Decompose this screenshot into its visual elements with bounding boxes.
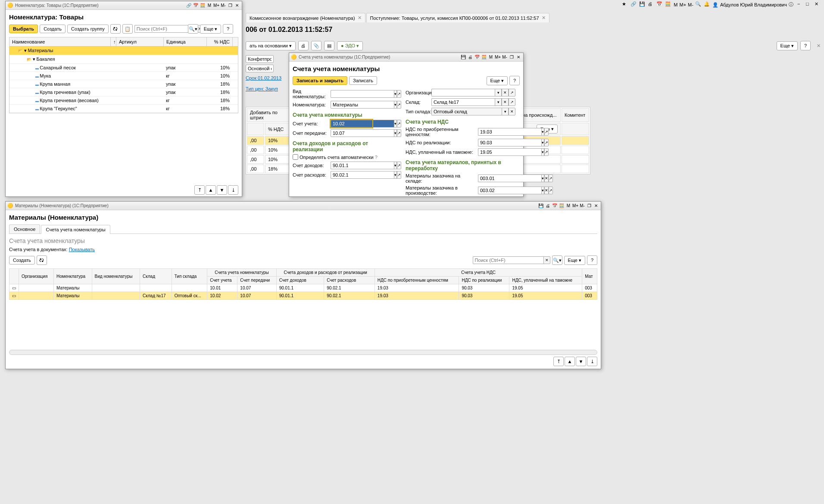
help-button[interactable]: ? [587, 255, 597, 265]
col-unit[interactable]: Единица [164, 37, 207, 46]
dropdown-icon[interactable]: ▾ [394, 90, 397, 98]
vat-customs-field[interactable]: ▾↗ [478, 148, 520, 156]
restore-icon[interactable]: ❐ [227, 3, 233, 9]
open-icon[interactable]: ↗ [544, 148, 549, 156]
save-icon[interactable]: 💾 [460, 54, 466, 60]
income-field[interactable]: ▾↗ [331, 162, 372, 169]
sort-icon[interactable]: ↑ [111, 37, 116, 46]
vat-acq-field[interactable]: ▾↗ [478, 128, 520, 136]
dropdown-icon[interactable]: ▾ [541, 174, 544, 182]
tab-main[interactable]: Основное [9, 224, 40, 233]
tree-row[interactable]: ▾ Бакалея [9, 55, 238, 64]
dropdown-icon[interactable]: ▾ [394, 120, 397, 128]
search-button[interactable]: 🔍▾ [188, 24, 198, 34]
refresh-button[interactable]: 🗘 [37, 255, 47, 265]
close-icon[interactable]: ✕ [593, 203, 599, 209]
tree-row[interactable]: Крупа маннаяупак18% [9, 80, 238, 88]
print-icon[interactable]: 🖨 [648, 1, 655, 8]
select-button[interactable]: Выбрать [9, 25, 38, 33]
org-field[interactable] [246, 55, 274, 63]
open-icon[interactable]: ↗ [397, 101, 401, 109]
m-plus-icon[interactable]: M+ [572, 203, 578, 209]
clear-icon[interactable]: ✕ [544, 187, 549, 194]
tree-row[interactable]: ▾ Материалы [9, 47, 238, 55]
clear-icon[interactable]: ✕ [543, 256, 550, 264]
calendar-icon[interactable]: 📅 [552, 203, 558, 209]
help-button[interactable]: ? [800, 41, 811, 50]
help-button[interactable]: ? [509, 76, 520, 85]
calc-icon[interactable]: 🧮 [481, 54, 487, 60]
nav-bottom-button[interactable]: ⤓ [228, 185, 238, 195]
tree-row[interactable]: Крупа "Геркулес"кг18% [9, 105, 238, 113]
open-icon[interactable]: ↗ [544, 139, 549, 146]
nav-bottom-button[interactable]: ⤓ [587, 357, 597, 366]
calc-icon[interactable]: 🧮 [665, 1, 672, 8]
attach-button[interactable]: 📎 [311, 41, 321, 50]
open-icon[interactable]: ↗ [549, 187, 553, 194]
dropdown-icon[interactable]: ▾ [541, 139, 544, 146]
nom-field[interactable]: ▾↗ [331, 101, 391, 109]
tab-commission[interactable]: Комиссионное вознаграждение (Номенклатур… [246, 13, 365, 22]
create-button[interactable]: Создать [40, 25, 66, 33]
col-article[interactable]: Артикул [116, 37, 164, 46]
link-icon[interactable]: 🔗 [630, 1, 637, 8]
restore-icon[interactable]: ❐ [509, 54, 515, 60]
window-titlebar[interactable]: 🟡 Счета учета номенклатуры (1С:Предприят… [289, 53, 523, 62]
open-icon[interactable]: ↗ [549, 174, 553, 182]
nav-down-button[interactable]: ▼ [217, 185, 227, 195]
table-row[interactable]: ▭Материалы10.0110.0790.01.190.02.119.039… [9, 284, 597, 292]
m-icon[interactable]: M [488, 54, 494, 60]
save-icon[interactable]: 💾 [538, 203, 544, 209]
account-field[interactable]: ▾↗ [331, 120, 372, 128]
based-on-button[interactable]: ать на основании ▾ [246, 41, 296, 50]
print-icon[interactable]: 🖨 [467, 54, 473, 60]
m-minus-icon[interactable]: M- [688, 2, 693, 7]
open-icon[interactable]: ↗ [397, 162, 401, 169]
window-titlebar[interactable]: 🟡 Номенклатура: Товары (1С:Предприятие) … [6, 1, 242, 10]
refresh-button[interactable]: 🗘 [110, 24, 121, 34]
vat-sale-field[interactable]: ▾↗ [478, 139, 520, 146]
mat-prod-field[interactable]: ▾✕↗ [478, 187, 520, 194]
calendar-icon[interactable]: 📅 [193, 3, 199, 9]
save-icon[interactable]: 💾 [639, 1, 646, 8]
window-titlebar[interactable]: 🟡 Материалы (Номенклатура) (1С:Предприят… [6, 202, 601, 210]
close-icon[interactable]: ✕ [234, 3, 240, 9]
table-row[interactable]: ▭МатериалыСклад №17Оптовый ск...10.0210.… [9, 292, 597, 300]
m-minus-icon[interactable]: M- [579, 203, 585, 209]
add-barcode-button[interactable]: Добавить по штрих [247, 108, 291, 122]
clear-icon[interactable]: ✕ [502, 89, 509, 96]
maximize-icon[interactable]: □ [806, 1, 813, 8]
kind-field[interactable]: ▾↗ [331, 90, 391, 98]
col-vat[interactable]: % НДС [207, 37, 233, 46]
tree-row[interactable]: Крупа гречневая (упак)упак18% [9, 88, 238, 96]
org-field[interactable]: ▾✕↗ [431, 89, 515, 96]
mat-wh-field[interactable]: ▾✕↗ [478, 174, 520, 182]
link-icon[interactable]: 🔗 [186, 3, 192, 9]
create-button[interactable]: Создать [9, 256, 35, 264]
warehouse-field[interactable] [246, 65, 274, 72]
dropdown-icon[interactable]: ▾ [394, 129, 397, 137]
search-input[interactable]: ✕ [134, 25, 186, 33]
bell-icon[interactable]: 🔔 [704, 1, 711, 8]
nav-top-button[interactable]: ⤒ [553, 357, 564, 366]
dropdown-icon[interactable]: ▾ [541, 187, 544, 194]
calc-icon[interactable]: 🧮 [200, 3, 206, 9]
search-input[interactable]: ✕ [473, 256, 550, 264]
dropdown-icon[interactable]: ▾ [495, 89, 502, 96]
clear-icon[interactable]: ✕ [502, 98, 509, 106]
dropdown-icon[interactable]: ▾ [394, 171, 397, 179]
star-icon[interactable]: ★ [622, 1, 629, 8]
tab-accounts[interactable]: Счета учета номенклатуры [41, 225, 110, 234]
nav-up-button[interactable]: ▲ [565, 357, 575, 366]
dropdown-icon[interactable]: ▾ [394, 162, 397, 169]
m-plus-icon[interactable]: M+ [680, 2, 687, 7]
m-plus-icon[interactable]: M+ [213, 3, 219, 9]
close-icon[interactable]: ✕ [815, 1, 821, 8]
copy-button[interactable]: 📋 [122, 24, 133, 34]
clear-icon[interactable]: ✕ [509, 108, 515, 115]
edo-button[interactable]: ● ЭДО ▾ [337, 41, 363, 50]
minimize-icon[interactable]: − [797, 1, 804, 8]
open-icon[interactable]: ↗ [397, 120, 401, 128]
show-link[interactable]: Показывать [69, 247, 95, 252]
tree-row[interactable]: Крупа гречневая (весовая)кг18% [9, 96, 238, 105]
